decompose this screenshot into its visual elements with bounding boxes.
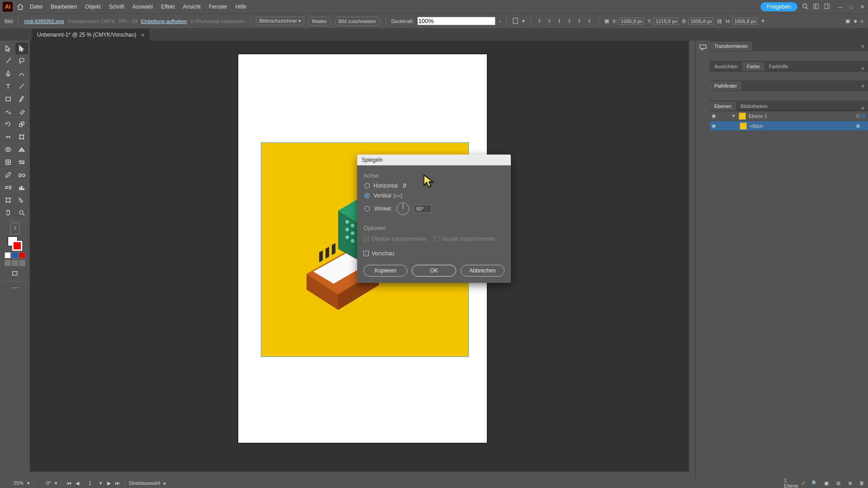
- y-field[interactable]: [654, 18, 679, 25]
- layer-name[interactable]: Ebene 1: [749, 113, 767, 119]
- menu-effekt[interactable]: Effekt: [161, 4, 175, 10]
- color-guide-tab[interactable]: Farbhilfe: [764, 62, 793, 71]
- document-tab[interactable]: Unbenannt-1* @ 25 % (CMYK/Vorschau) ×: [32, 29, 150, 41]
- zoom-tool-icon[interactable]: [15, 207, 28, 219]
- target-icon[interactable]: [856, 124, 860, 128]
- magic-wand-tool-icon[interactable]: [2, 55, 14, 67]
- line-tool-icon[interactable]: [15, 80, 28, 92]
- menu-hilfe[interactable]: Hilfe: [236, 4, 246, 10]
- column-graph-tool-icon[interactable]: [15, 182, 28, 193]
- first-artboard-icon[interactable]: ⏮: [65, 480, 73, 486]
- expand-layer-icon[interactable]: ▾: [731, 113, 736, 119]
- menu-auswahl[interactable]: Auswahl: [132, 4, 153, 10]
- radio-icon[interactable]: [364, 206, 370, 211]
- layers-panel-menu-icon[interactable]: ≡: [858, 105, 868, 111]
- blend-tool-icon[interactable]: [15, 169, 28, 181]
- gradient-tool-icon[interactable]: [15, 156, 28, 168]
- menu-fenster[interactable]: Fenster: [209, 4, 227, 10]
- target-icon[interactable]: [856, 114, 860, 118]
- curvature-tool-icon[interactable]: [15, 68, 28, 80]
- menu-ansicht[interactable]: Ansicht: [183, 4, 201, 10]
- stroke-swatch[interactable]: [12, 241, 22, 251]
- edit-toolbar-icon[interactable]: ⋯: [11, 283, 19, 292]
- horizontal-scrollbar[interactable]: [30, 472, 695, 478]
- symbol-sprayer-tool-icon[interactable]: [2, 182, 14, 193]
- mesh-tool-icon[interactable]: [2, 156, 14, 168]
- locate-object-icon[interactable]: ⤢: [799, 479, 807, 487]
- axis-angle-radio[interactable]: Winkel:: [363, 202, 505, 215]
- pathfinder-tab[interactable]: Pathfinder: [710, 81, 741, 90]
- close-tab-icon[interactable]: ×: [141, 32, 145, 38]
- preview-checkbox[interactable]: [363, 251, 369, 256]
- make-clipping-mask-icon[interactable]: ▣: [823, 479, 830, 487]
- angle-wheel-icon[interactable]: [396, 202, 409, 215]
- crop-image-button[interactable]: Bild zuschneiden: [335, 17, 380, 26]
- artboard-number-field[interactable]: [84, 480, 96, 486]
- selection-tool-icon[interactable]: [2, 42, 14, 54]
- align-left-icon[interactable]: ⦀: [536, 18, 543, 25]
- share-button[interactable]: Freigeben: [760, 2, 797, 11]
- opacity-stepper-icon[interactable]: ›: [499, 19, 501, 24]
- new-sublayer-icon[interactable]: ⊞: [835, 479, 842, 487]
- rotate-field[interactable]: [38, 480, 51, 486]
- shape-builder-tool-icon[interactable]: [2, 144, 14, 155]
- color-tab[interactable]: Farbe: [742, 62, 764, 71]
- width-tool-icon[interactable]: [2, 131, 14, 143]
- axis-horizontal-radio[interactable]: Horizontal ⇵: [363, 183, 505, 189]
- doc-setup-icon[interactable]: [512, 18, 519, 25]
- align-center-v-icon[interactable]: ⦀: [576, 18, 583, 25]
- axis-vertical-radio[interactable]: Vertikal ▷◁: [363, 192, 505, 199]
- rectangle-tool-icon[interactable]: [2, 93, 14, 105]
- layer-row-ebene1[interactable]: ◉ ▾ Ebene 1: [710, 111, 868, 121]
- window-maximize-icon[interactable]: □: [848, 4, 854, 10]
- transform-panel-menu-icon[interactable]: ≡: [858, 43, 868, 49]
- paintbrush-tool-icon[interactable]: [15, 93, 28, 105]
- hand-tool-icon[interactable]: [2, 207, 14, 219]
- align-tab[interactable]: Ausrichten: [710, 62, 742, 71]
- new-layer-icon[interactable]: ⊕: [846, 479, 854, 487]
- layers-find-icon[interactable]: 🔍: [811, 479, 818, 487]
- pen-tool-icon[interactable]: [2, 68, 14, 80]
- transform-tab[interactable]: Transformieren: [710, 42, 752, 51]
- align-center-h-icon[interactable]: ⦀: [546, 18, 553, 25]
- toggle-fill-stroke-help-icon[interactable]: ?: [10, 223, 19, 235]
- transform-reference-icon[interactable]: ▦: [604, 18, 609, 24]
- image-trace-dropdown[interactable]: Bildnachzeichner ▾: [256, 17, 304, 25]
- search-icon[interactable]: [802, 3, 808, 10]
- window-close-icon[interactable]: ✕: [859, 4, 865, 10]
- eraser-tool-icon[interactable]: [15, 106, 28, 117]
- vertical-scrollbar[interactable]: [689, 41, 695, 472]
- shaper-tool-icon[interactable]: [2, 106, 14, 117]
- visibility-toggle-icon[interactable]: ◉: [710, 113, 718, 119]
- arrange-docs-icon[interactable]: [813, 3, 819, 10]
- dialog-title[interactable]: Spiegeln: [357, 155, 511, 165]
- align-bottom-icon[interactable]: ⦀: [586, 18, 593, 25]
- eyedropper-tool-icon[interactable]: [2, 169, 14, 181]
- last-artboard-icon[interactable]: ⏭: [113, 480, 121, 486]
- radio-icon[interactable]: [364, 193, 370, 198]
- direct-selection-tool-icon[interactable]: [15, 42, 28, 54]
- color-mode-icon[interactable]: [5, 252, 11, 258]
- copy-button[interactable]: Kopieren: [363, 265, 407, 277]
- zoom-dropdown-icon[interactable]: ▾: [27, 480, 30, 486]
- screen-mode-icon[interactable]: [9, 267, 21, 279]
- opacity-field[interactable]: [417, 17, 495, 25]
- align-right-icon[interactable]: ⦀: [556, 18, 563, 25]
- panel-menu-icon[interactable]: ≡: [861, 19, 863, 24]
- free-transform-tool-icon[interactable]: [15, 131, 28, 143]
- comments-panel-icon[interactable]: [699, 43, 707, 52]
- rotate-tool-icon[interactable]: [2, 118, 14, 130]
- draw-behind-icon[interactable]: [12, 260, 18, 266]
- delete-layer-icon[interactable]: 🗑: [858, 479, 865, 487]
- menu-bearbeiten[interactable]: Bearbeiten: [51, 4, 77, 10]
- perspective-grid-tool-icon[interactable]: [15, 144, 28, 155]
- libraries-tab[interactable]: Bibliotheken: [736, 102, 772, 111]
- artboard-dropdown-icon[interactable]: ▾: [99, 480, 102, 486]
- edit-inside-icon[interactable]: ◈: [854, 18, 857, 24]
- scale-tool-icon[interactable]: [15, 118, 28, 130]
- layers-tab[interactable]: Ebenen: [710, 102, 736, 111]
- lasso-tool-icon[interactable]: [15, 55, 28, 67]
- h-field[interactable]: [732, 18, 757, 25]
- artboard-tool-icon[interactable]: [2, 194, 14, 206]
- shape-properties-icon[interactable]: ✦: [761, 18, 765, 24]
